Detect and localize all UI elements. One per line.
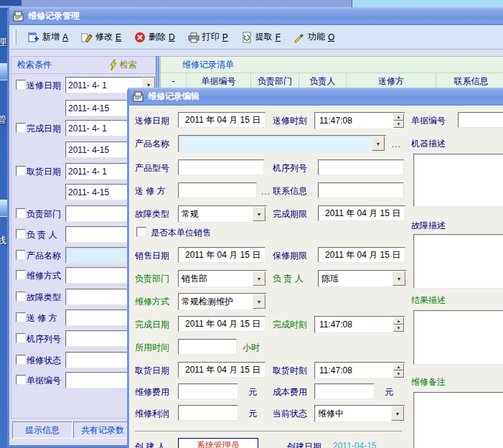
filter-label: 负 责 人 [27, 229, 57, 241]
sold-here-checkbox[interactable] [136, 227, 146, 237]
dropdown-arrow-icon[interactable]: ▼ [253, 271, 265, 286]
create-date-label: 创建日期 [287, 441, 321, 448]
product-name-combo[interactable]: ▼ [178, 135, 386, 152]
finish-time-spinner[interactable]: ▲▼ [314, 316, 405, 333]
repair-fee-input[interactable] [178, 383, 238, 399]
delete-icon [134, 32, 146, 43]
filter-label: 完成日期 [27, 123, 61, 135]
finish-date-checkbox[interactable] [16, 123, 26, 133]
function-button[interactable]: 功能O [291, 29, 337, 45]
print-icon [188, 32, 199, 43]
person-checkbox[interactable] [16, 229, 26, 239]
deadline-input[interactable] [318, 205, 405, 221]
fault-desc-textarea[interactable] [413, 234, 503, 289]
spin-down-icon[interactable]: ▼ [393, 370, 404, 378]
edit-button[interactable]: 修改E [78, 29, 124, 45]
spin-down-icon[interactable]: ▼ [393, 325, 404, 332]
result-desc-textarea[interactable] [413, 310, 503, 365]
maintenance-record-edit-dialog: 维修记录编辑 送修日期 送修时刻 ▲▼ 单据编号 产品名称 ▼ ... 机器描述… [127, 88, 503, 448]
repair-method-checkbox[interactable] [16, 270, 26, 280]
toolbar-grip[interactable] [14, 29, 17, 45]
filter-label: 取货日期 [27, 166, 61, 178]
doc-no-input[interactable] [458, 112, 503, 128]
print-button[interactable]: 打印P [185, 29, 231, 45]
send-time-input[interactable] [315, 113, 392, 129]
dropdown-arrow-icon[interactable]: ▼ [392, 271, 405, 286]
remark-textarea[interactable] [413, 392, 503, 448]
column-header-contact[interactable]: 联系信息 [436, 73, 503, 89]
repair-profit-unit: 元 [248, 408, 257, 420]
doc-no-checkbox[interactable] [16, 375, 26, 385]
repair-method-combo[interactable]: 常规检测维护 ▼ [178, 293, 267, 310]
print-button-label: 打印 [202, 31, 220, 43]
dept-checkbox[interactable] [16, 208, 26, 218]
fault-desc-label: 故障描述 [411, 220, 446, 232]
function-icon [293, 32, 305, 43]
time-used-input[interactable] [178, 339, 237, 355]
cost-fee-input[interactable] [314, 383, 375, 399]
person-label: 负 责 人 [273, 273, 304, 285]
filter-label: 负责部门 [27, 208, 61, 220]
lightning-icon [108, 60, 118, 70]
repair-status-checkbox[interactable] [16, 355, 26, 365]
sale-date-input[interactable] [178, 247, 265, 263]
spin-down-icon[interactable]: ▼ [393, 121, 404, 128]
send-time-spinner[interactable]: ▲▼ [314, 112, 405, 129]
warranty-label: 保修期限 [273, 250, 307, 262]
search-conditions-title: 检索条件 [11, 59, 108, 71]
column-header-selector[interactable]: - [161, 73, 187, 89]
product-model-input[interactable] [178, 159, 264, 175]
column-header-dept[interactable]: 负责部门 [251, 73, 299, 89]
product-model-label: 产品型号 [135, 162, 169, 174]
machine-desc-textarea[interactable] [413, 154, 503, 207]
repair-method-label: 维修方式 [135, 296, 169, 308]
window-titlebar[interactable]: 维修记录管理 [9, 7, 503, 25]
serial-no-checkbox[interactable] [16, 333, 26, 343]
dept-combo[interactable]: 销售部 ▼ [178, 270, 267, 287]
sender-label: 送 修 方 [135, 185, 166, 197]
cost-fee-unit: 元 [385, 386, 393, 398]
send-date-input[interactable] [178, 112, 265, 128]
column-header-doc-no[interactable]: 单据编号 [187, 73, 251, 89]
dept-value: 销售部 [179, 273, 252, 285]
edit-icon [81, 32, 93, 43]
pickup-date-label: 取货日期 [135, 365, 169, 377]
pickup-time-spinner[interactable]: ▲▼ [314, 362, 405, 379]
spin-up-icon[interactable]: ▲ [393, 113, 404, 121]
product-name-more-button[interactable]: ... [392, 139, 401, 149]
dialog-titlebar[interactable]: 维修记录编辑 [129, 88, 503, 106]
status-combo[interactable]: 维修中 ▼ [314, 405, 405, 422]
contact-input[interactable] [318, 182, 404, 198]
product-name-checkbox[interactable] [16, 250, 26, 260]
finish-time-input[interactable] [315, 317, 392, 332]
fault-type-checkbox[interactable] [16, 291, 26, 302]
add-button-label: 新增 [42, 31, 60, 43]
dropdown-arrow-icon[interactable]: ▼ [253, 207, 265, 221]
finish-date-input[interactable] [178, 316, 265, 332]
spin-up-icon[interactable]: ▲ [393, 363, 404, 370]
repair-profit-input[interactable] [178, 405, 238, 421]
sender-input[interactable] [178, 182, 257, 198]
pickup-date-checkbox[interactable] [16, 166, 26, 176]
serial-no-input[interactable] [318, 159, 404, 175]
fault-type-combo[interactable]: 常规 ▼ [178, 205, 267, 223]
warranty-input[interactable] [318, 247, 405, 263]
pickup-time-input[interactable] [315, 363, 392, 378]
time-used-label: 所用时间 [135, 342, 169, 354]
dropdown-arrow-icon[interactable]: ▼ [253, 294, 265, 309]
extract-button[interactable]: 提取F [238, 29, 283, 45]
spin-up-icon[interactable]: ▲ [393, 317, 404, 325]
dropdown-arrow-icon[interactable]: ▼ [391, 406, 404, 421]
sender-checkbox[interactable] [16, 312, 26, 322]
sender-more-button[interactable]: ... [261, 187, 271, 197]
edit-button-label: 修改 [95, 31, 113, 43]
column-header-sender[interactable]: 送修方 [347, 73, 436, 89]
search-button[interactable]: 检索 [108, 59, 156, 71]
dropdown-arrow-icon[interactable]: ▼ [372, 136, 385, 151]
person-combo[interactable]: 陈瑶 ▼ [318, 270, 407, 287]
send-date-checkbox[interactable] [16, 80, 26, 90]
column-header-person[interactable]: 负责人 [299, 73, 347, 89]
pickup-date-input[interactable] [178, 362, 265, 378]
delete-button[interactable]: 删除D [131, 29, 178, 45]
add-button[interactable]: 新增A [25, 29, 71, 45]
